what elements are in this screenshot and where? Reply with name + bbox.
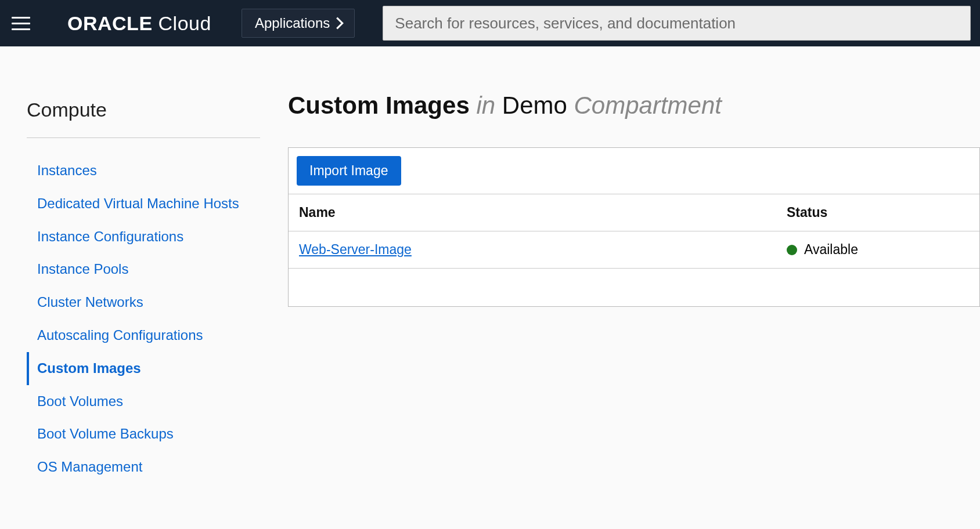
sidebar-item-label: Instance Pools [37, 261, 128, 277]
sidebar-item-dedicated-virtual-machine-hosts[interactable]: Dedicated Virtual Machine Hosts [27, 187, 260, 220]
global-header: ORACLE Cloud Applications [0, 0, 980, 46]
main-content: Custom Images in Demo Compartment Import… [279, 46, 980, 529]
sidebar-item-label: OS Management [37, 459, 142, 474]
images-card: Import Image Name Status Web-Server-Imag… [288, 147, 980, 307]
sidebar-title: Compute [27, 99, 260, 138]
sidebar-item-label: Instance Configurations [37, 229, 183, 244]
page-title: Custom Images in Demo Compartment [288, 92, 980, 119]
status-dot-icon [787, 245, 797, 255]
sidebar-item-label: Custom Images [37, 360, 141, 376]
sidebar-item-boot-volumes[interactable]: Boot Volumes [27, 385, 260, 418]
compartment-name: Demo [502, 92, 567, 119]
sidebar-item-label: Dedicated Virtual Machine Hosts [37, 195, 239, 211]
sidebar-item-boot-volume-backups[interactable]: Boot Volume Backups [27, 418, 260, 451]
sidebar-item-instance-configurations[interactable]: Instance Configurations [27, 220, 260, 253]
images-table: Name Status Web-Server-ImageAvailable [289, 194, 979, 268]
sidebar-item-label: Autoscaling Configurations [37, 327, 203, 343]
sidebar-item-custom-images[interactable]: Custom Images [27, 352, 260, 385]
chevron-right-icon [336, 17, 344, 30]
sidebar-item-label: Boot Volume Backups [37, 426, 174, 441]
sidebar: Compute InstancesDedicated Virtual Machi… [0, 46, 279, 529]
sidebar-item-label: Cluster Networks [37, 294, 143, 310]
sidebar-item-os-management[interactable]: OS Management [27, 451, 260, 484]
sidebar-item-label: Boot Volumes [37, 393, 123, 409]
status-label: Available [804, 242, 858, 258]
sidebar-item-instances[interactable]: Instances [27, 154, 260, 187]
page-title-in: in [476, 92, 495, 119]
sidebar-item-instance-pools[interactable]: Instance Pools [27, 253, 260, 286]
sidebar-item-label: Instances [37, 162, 97, 178]
applications-dropdown[interactable]: Applications [242, 9, 355, 38]
global-search[interactable] [383, 6, 971, 41]
menu-icon[interactable] [12, 13, 33, 34]
logo-brand-text: ORACLE [67, 12, 153, 35]
sidebar-nav: InstancesDedicated Virtual Machine Hosts… [27, 154, 260, 484]
search-input[interactable] [395, 15, 959, 32]
sidebar-item-cluster-networks[interactable]: Cluster Networks [27, 286, 260, 319]
brand-logo[interactable]: ORACLE Cloud [67, 12, 211, 35]
import-image-button[interactable]: Import Image [297, 156, 401, 186]
table-header-row: Name Status [289, 194, 979, 231]
logo-product-text: Cloud [158, 12, 211, 35]
table-row: Web-Server-ImageAvailable [289, 231, 979, 269]
column-header-name[interactable]: Name [289, 194, 776, 231]
page-title-main: Custom Images [288, 92, 470, 119]
card-actions: Import Image [289, 148, 979, 194]
applications-label: Applications [255, 15, 330, 31]
image-name-link[interactable]: Web-Server-Image [299, 242, 412, 257]
compartment-word: Compartment [574, 92, 722, 119]
sidebar-item-autoscaling-configurations[interactable]: Autoscaling Configurations [27, 319, 260, 352]
card-footer [289, 268, 979, 306]
column-header-status[interactable]: Status [776, 194, 979, 231]
